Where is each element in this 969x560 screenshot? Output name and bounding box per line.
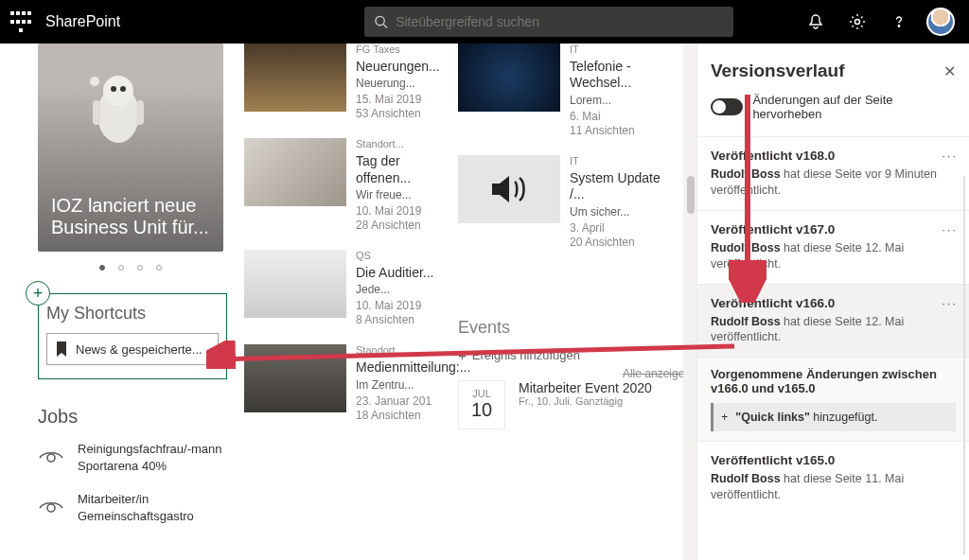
- news-views: 28 Ansichten: [356, 219, 445, 233]
- event-title: Mitarbeiter Event 2020: [519, 380, 652, 395]
- help-icon[interactable]: [880, 3, 918, 41]
- svg-point-6: [111, 86, 116, 92]
- news-views: 20 Ansichten: [570, 236, 668, 250]
- settings-icon[interactable]: [838, 3, 876, 41]
- news-views: 18 Ansichten: [356, 409, 470, 423]
- news-views: 8 Ansichten: [356, 313, 445, 327]
- news-category: Standort...: [356, 344, 470, 358]
- content-scrollbar[interactable]: [683, 44, 696, 560]
- events-show-all[interactable]: Alle anzeigen: [623, 367, 691, 380]
- eye-icon: [38, 448, 64, 467]
- event-subtitle: Fr., 10. Juli. Ganztägig: [519, 395, 652, 407]
- changes-block: Vorgenommene Änderungen zwischen v166.0 …: [697, 357, 969, 441]
- job-title: Mitarbeiter/in Gemeinschaftsgastro: [78, 491, 246, 524]
- svg-point-11: [47, 454, 55, 462]
- event-item[interactable]: JUL 10 Mitarbeiter Event 2020 Fr., 10. J…: [458, 380, 668, 429]
- my-shortcuts-webpart: + My Shortcuts News & gespeicherte...: [38, 293, 227, 379]
- version-item-selected[interactable]: ··· Veröffentlicht v166.0 Rudolf Boss ha…: [697, 284, 969, 358]
- add-event-button[interactable]: + Ereignis hinzufügen: [458, 347, 668, 363]
- svg-point-10: [90, 77, 99, 86]
- close-panel-button[interactable]: ✕: [943, 62, 956, 80]
- event-month: JUL: [472, 388, 491, 399]
- hero-title: IOZ lanciert neue Business Unit für...: [51, 195, 210, 238]
- suite-header: SharePoint: [0, 0, 969, 44]
- hero-card[interactable]: IOZ lanciert neue Business Unit für...: [38, 44, 223, 252]
- news-category: QS: [356, 250, 445, 263]
- news-date: 23. Januar 201: [356, 394, 470, 409]
- news-views: 53 Ansichten: [356, 107, 445, 121]
- news-desc: Wir freue...: [356, 188, 445, 202]
- svg-point-12: [47, 504, 55, 512]
- change-item-text: hinzugefügt.: [810, 411, 878, 424]
- news-item[interactable]: QS Die Auditier... Jede... 10. Mai 2019 …: [244, 250, 445, 327]
- highlight-changes-toggle[interactable]: [711, 98, 743, 115]
- svg-rect-9: [136, 100, 144, 125]
- shortcut-label: News & gespeicherte...: [76, 342, 203, 357]
- news-category: FG Taxes: [356, 44, 445, 57]
- news-thumb: [244, 138, 346, 206]
- panel-scrollbar[interactable]: [963, 176, 965, 554]
- toggle-label: Änderungen auf der Seite hervorheben: [752, 93, 956, 121]
- news-category: IT: [570, 155, 668, 168]
- job-item[interactable]: Reinigungsfachfrau/-mann Sportarena 40%: [38, 441, 246, 474]
- carousel-dots[interactable]: [38, 265, 223, 271]
- version-author: Rudolf Boss: [711, 241, 781, 254]
- news-item[interactable]: Standort... Medienmitteilung:... Im Zent…: [244, 344, 445, 422]
- news-desc: Lorem...: [570, 94, 668, 108]
- jobs-section: Jobs Reinigungsfachfrau/-mann Sportarena…: [38, 406, 246, 524]
- version-title: Veröffentlicht v166.0: [711, 296, 956, 310]
- events-heading: Events: [458, 318, 668, 338]
- news-item[interactable]: Standort... Tag der offenen... Wir freue…: [244, 138, 445, 233]
- version-author: Rudolf Boss: [711, 472, 781, 485]
- notifications-icon[interactable]: [797, 3, 835, 41]
- job-item[interactable]: Mitarbeiter/in Gemeinschaftsgastro: [38, 491, 246, 524]
- svg-line-1: [383, 25, 387, 28]
- panel-title: Versionsverlauf: [711, 61, 943, 81]
- change-item-strong: "Quick links": [735, 411, 810, 424]
- svg-point-3: [898, 26, 899, 26]
- plus-icon: +: [721, 411, 728, 424]
- news-item[interactable]: FG Taxes Neuerungen... Neuerung... 15. M…: [244, 44, 445, 121]
- version-title: Veröffentlicht v165.0: [711, 453, 956, 467]
- svg-point-7: [120, 86, 126, 92]
- news-thumb: [458, 44, 560, 112]
- news-title: Neuerungen...: [356, 59, 445, 76]
- shortcuts-heading: My Shortcuts: [46, 304, 219, 324]
- changes-heading: Vorgenommene Änderungen zwischen v166.0 …: [711, 367, 956, 395]
- svg-rect-8: [93, 100, 100, 125]
- avatar-icon: [926, 8, 955, 36]
- version-more-icon[interactable]: ···: [942, 149, 958, 163]
- job-title: Reinigungsfachfrau/-mann Sportarena 40%: [78, 441, 246, 474]
- news-thumb: [244, 344, 346, 412]
- news-date: 10. Mai 2019: [356, 299, 445, 313]
- news-date: 15. Mai 2019: [356, 93, 445, 107]
- news-item[interactable]: IT System Update /... Um sicher... 3. Ap…: [458, 155, 668, 250]
- hero-image: [76, 62, 161, 166]
- news-item[interactable]: IT Telefonie - Wechsel... Lorem... 6. Ma…: [458, 44, 668, 138]
- news-date: 10. Mai 2019: [356, 204, 445, 219]
- app-launcher-icon[interactable]: [9, 10, 32, 33]
- shortcut-item[interactable]: News & gespeicherte...: [46, 333, 219, 365]
- version-more-icon[interactable]: ···: [942, 296, 958, 310]
- news-date: 6. Mai: [570, 110, 668, 124]
- news-title: Medienmitteilung:...: [356, 359, 470, 376]
- version-author: Rudolf Boss: [711, 315, 781, 328]
- version-title: Veröffentlicht v167.0: [711, 222, 956, 236]
- version-more-icon[interactable]: ···: [942, 222, 958, 236]
- brand-label[interactable]: SharePoint: [45, 13, 120, 30]
- search-box[interactable]: [364, 7, 733, 37]
- svg-point-5: [103, 76, 133, 106]
- svg-point-2: [855, 20, 860, 25]
- event-date-box: JUL 10: [458, 380, 505, 429]
- search-input[interactable]: [396, 14, 724, 29]
- user-avatar[interactable]: [922, 3, 960, 41]
- news-views: 11 Ansichten: [570, 124, 668, 138]
- version-item[interactable]: ··· Veröffentlicht v167.0 Rudolf Boss ha…: [697, 210, 969, 284]
- add-webpart-button[interactable]: +: [26, 281, 50, 306]
- version-history-panel: Versionsverlauf ✕ Änderungen auf der Sei…: [696, 44, 969, 560]
- news-thumb: [244, 250, 346, 318]
- change-row[interactable]: + "Quick links" hinzugefügt.: [711, 403, 956, 431]
- version-item[interactable]: ··· Veröffentlicht v168.0 Rudolf Boss ha…: [697, 136, 969, 210]
- version-title: Veröffentlicht v168.0: [711, 149, 956, 163]
- version-item[interactable]: Veröffentlicht v165.0 Rudolf Boss hat di…: [697, 441, 969, 515]
